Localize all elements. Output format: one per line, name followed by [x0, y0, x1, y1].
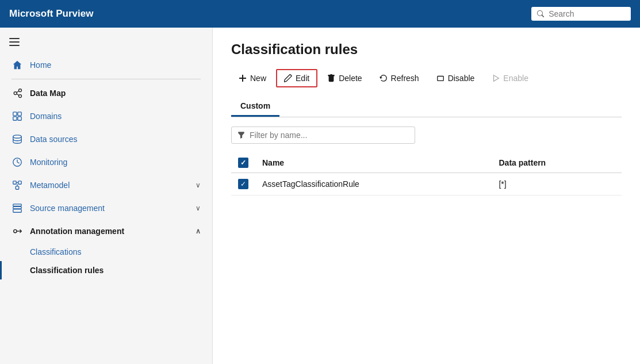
main-layout: Home Data Map	[0, 28, 640, 364]
svg-point-12	[13, 135, 21, 138]
sidebar-item-monitoring[interactable]: Monitoring	[0, 151, 212, 174]
delete-button[interactable]: Delete	[320, 70, 369, 87]
monitoring-icon	[12, 156, 23, 168]
data-map-icon	[12, 87, 23, 99]
svg-line-6	[17, 91, 19, 93]
svg-rect-8	[13, 112, 17, 116]
search-input[interactable]	[549, 9, 625, 18]
toolbar: New Edit Delete Refres	[231, 69, 622, 87]
sidebar-label-domains: Domains	[30, 112, 62, 121]
svg-point-22	[14, 229, 17, 232]
svg-rect-14	[13, 181, 16, 184]
sidebar: Home Data Map	[0, 28, 213, 364]
svg-marker-26	[494, 75, 499, 82]
tabs: Custom	[231, 97, 622, 117]
data-table: ✓ Name Data pattern ✓ AssetTagClassifica…	[231, 153, 622, 196]
svg-rect-10	[13, 117, 17, 120]
row-name: AssetTagClassificationRule	[255, 173, 492, 196]
edit-button[interactable]: Edit	[276, 69, 317, 87]
search-box[interactable]	[531, 7, 631, 21]
sidebar-item-annotation-management[interactable]: Annotation management ∧	[0, 220, 212, 243]
svg-rect-9	[18, 112, 21, 116]
filter-icon	[237, 131, 245, 139]
hamburger-menu[interactable]	[0, 32, 212, 53]
disable-icon	[436, 74, 444, 82]
svg-rect-25	[437, 76, 443, 81]
svg-rect-11	[18, 117, 21, 120]
sidebar-label-classification-rules: Classification rules	[30, 266, 104, 275]
svg-rect-0	[9, 38, 20, 39]
sidebar-item-data-map[interactable]: Data Map	[0, 82, 212, 105]
app-title: Microsoft Purview	[9, 8, 531, 20]
filter-box[interactable]	[231, 127, 415, 144]
refresh-label: Refresh	[391, 74, 419, 83]
data-sources-icon	[12, 133, 23, 145]
domains-icon	[12, 110, 23, 122]
home-icon	[12, 59, 23, 71]
svg-line-7	[17, 94, 19, 95]
svg-point-3	[14, 92, 17, 95]
disable-label: Disable	[448, 74, 475, 83]
annotation-management-icon	[12, 225, 23, 237]
source-management-chevron: ∨	[196, 204, 201, 212]
sidebar-item-source-management[interactable]: Source management ∨	[0, 197, 212, 220]
search-icon	[537, 10, 544, 18]
svg-rect-21	[13, 206, 21, 209]
sidebar-item-classification-rules[interactable]: Classification rules	[0, 261, 212, 279]
sidebar-label-metamodel: Metamodel	[30, 181, 70, 190]
sidebar-label-data-map: Data Map	[30, 89, 66, 98]
page-title: Classification rules	[231, 41, 622, 58]
metamodel-chevron: ∨	[196, 181, 201, 189]
filter-input[interactable]	[250, 131, 409, 140]
refresh-icon	[380, 74, 388, 82]
new-label: New	[250, 74, 266, 83]
svg-rect-2	[9, 45, 20, 46]
svg-rect-16	[16, 186, 18, 189]
col-name: Name	[255, 153, 492, 173]
svg-rect-19	[13, 209, 21, 212]
source-management-icon	[12, 202, 23, 214]
edit-icon	[284, 74, 292, 82]
annotation-management-chevron: ∧	[196, 227, 201, 235]
header-checkbox[interactable]: ✓	[238, 158, 248, 168]
refresh-button[interactable]: Refresh	[372, 70, 427, 87]
sidebar-item-home[interactable]: Home	[0, 53, 212, 76]
new-button[interactable]: New	[231, 70, 274, 87]
edit-label: Edit	[296, 74, 309, 83]
sidebar-item-classifications[interactable]: Classifications	[0, 243, 212, 261]
svg-rect-15	[18, 181, 21, 184]
row-checkbox-cell: ✓	[231, 173, 255, 196]
row-checkbox[interactable]: ✓	[238, 179, 248, 189]
sidebar-item-metamodel[interactable]: Metamodel ∨	[0, 174, 212, 197]
sidebar-divider-1	[12, 79, 201, 79]
enable-button[interactable]: Enable	[484, 70, 536, 87]
content-area: Classification rules New Edit	[213, 28, 640, 364]
svg-rect-1	[9, 41, 20, 43]
sidebar-item-domains[interactable]: Domains	[0, 105, 212, 128]
sidebar-label-home: Home	[30, 60, 51, 70]
col-data-pattern: Data pattern	[492, 153, 622, 173]
delete-label: Delete	[339, 74, 362, 83]
svg-rect-20	[13, 204, 21, 206]
sidebar-label-classifications: Classifications	[30, 247, 81, 256]
svg-point-5	[19, 95, 22, 98]
sidebar-label-data-sources: Data sources	[30, 135, 77, 144]
col-checkbox: ✓	[231, 153, 255, 173]
svg-point-4	[19, 89, 22, 92]
sidebar-item-data-sources[interactable]: Data sources	[0, 128, 212, 151]
sidebar-label-source-management: Source management	[30, 204, 105, 213]
enable-label: Enable	[503, 74, 528, 83]
plus-icon	[239, 74, 247, 82]
disable-button[interactable]: Disable	[429, 70, 482, 87]
metamodel-icon	[12, 179, 23, 191]
enable-icon	[492, 74, 500, 82]
sidebar-label-annotation-management: Annotation management	[30, 227, 124, 236]
top-nav: Microsoft Purview	[0, 0, 640, 28]
sidebar-label-monitoring: Monitoring	[30, 158, 67, 167]
delete-icon	[327, 74, 335, 82]
row-data-pattern: [*]	[492, 173, 622, 196]
tab-custom[interactable]: Custom	[231, 97, 279, 117]
table-row: ✓ AssetTagClassificationRule [*]	[231, 173, 622, 196]
